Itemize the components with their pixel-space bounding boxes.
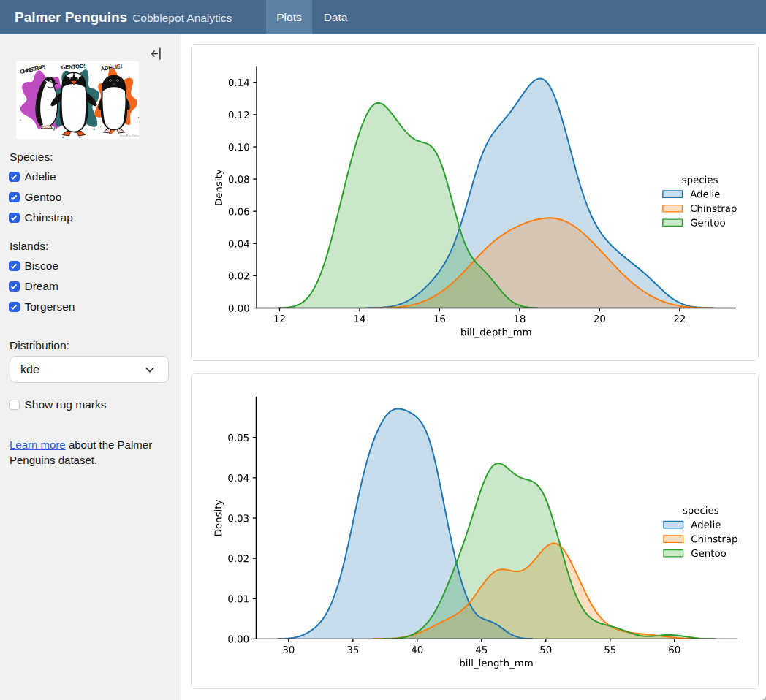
svg-text:Artwork by @allison_horst: Artwork by @allison_horst — [120, 134, 139, 137]
svg-text:GENTOO!: GENTOO! — [61, 63, 86, 71]
